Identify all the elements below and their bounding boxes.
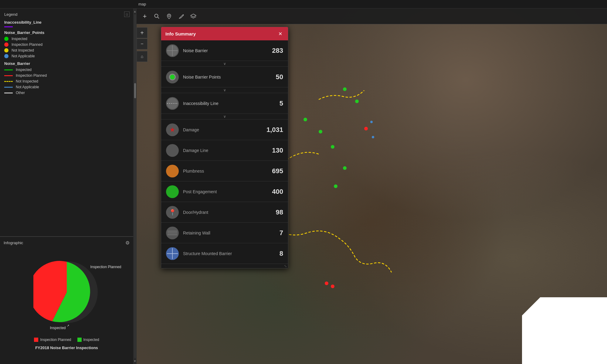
info-row-retaining-wall: Retaining Wall 7 (161, 223, 288, 243)
info-summary-resize[interactable]: ⤡ (161, 264, 288, 268)
damage-line-name: Damage Line (183, 148, 261, 153)
inacc-line-svg (166, 97, 178, 110)
legend-item-nbp-not-applicable: Not Applicable (4, 54, 130, 58)
damage-line-count: 130 (265, 147, 283, 154)
legend-item-nb-inspected: Inspected (4, 68, 130, 72)
info-summary-title: Info Summary (165, 31, 196, 36)
retaining-wall-count: 7 (265, 229, 283, 237)
panel-scroll-track (134, 14, 136, 358)
zoom-in-button[interactable]: + (137, 27, 148, 38)
main-content: Legend □ Inaccessibility_Line Noise_Barr… (0, 8, 607, 364)
map-draw-button[interactable] (175, 11, 187, 22)
noise-barrier-points-icon (166, 71, 179, 83)
home-button[interactable]: ⌂ (137, 51, 148, 62)
info-row-structure-mounted: Structure Mounted Barrier 8 (161, 243, 288, 264)
legend-group-title-nbp: Noise_Barrier_Points (4, 30, 130, 35)
panel-scroll-up[interactable]: ▲ (134, 10, 137, 13)
noise-barrier-icon (166, 44, 179, 57)
nbp-planned-dot (4, 42, 8, 47)
nb-not-inspected-line (4, 81, 13, 82)
door-hydrant-count: 98 (265, 208, 283, 216)
map-search-button[interactable] (151, 11, 163, 22)
legend-title-bar: Legend □ (4, 12, 130, 17)
pie-legend-planned-swatch (34, 338, 38, 342)
nb-inspected-line (4, 69, 13, 70)
infographic-title: Infographic (4, 241, 23, 245)
info-row-door-hydrant: 📍 Door/Hydrant 98 (161, 202, 288, 223)
map-location-button[interactable] (163, 11, 175, 22)
map-area[interactable]: + (137, 8, 607, 364)
retaining-wall-svg (166, 227, 178, 239)
plumbness-name: Plumbness (183, 169, 261, 174)
retaining-wall-name: Retaining Wall (183, 231, 261, 235)
map-layers-button[interactable] (188, 11, 199, 22)
door-hydrant-pin-icon: 📍 (169, 209, 176, 216)
info-row-damage-line: Damage Line 130 (161, 140, 288, 161)
legend-item-nb-not-applicable: Not Applicable (4, 85, 130, 89)
panel-scroll-thumb[interactable] (134, 83, 136, 98)
infographic-title-bar: Infographic ⚙ (4, 240, 130, 246)
svg-line-1 (158, 17, 159, 19)
svg-point-2 (168, 15, 170, 17)
inaccessibility-line-expand[interactable]: ∨ (161, 114, 288, 120)
info-summary-close-button[interactable]: ✕ (276, 30, 284, 37)
map-label: map (136, 2, 148, 6)
nb-not-applicable-line (4, 87, 13, 88)
info-row-noise-barrier-points: Noise Barrier Points 50 (161, 67, 288, 87)
top-bar: map (0, 0, 607, 8)
inaccessibility-line-symbol (4, 26, 13, 27)
zoom-out-button[interactable]: − (137, 39, 148, 49)
pie-legend-inspected-label: Inspected (83, 338, 99, 342)
infographic-gear-button[interactable]: ⚙ (125, 240, 130, 246)
map-dot-blue-1 (370, 121, 373, 123)
map-dot-green-15 (334, 184, 337, 188)
search-icon (154, 13, 160, 19)
nbp-inspected-dot (4, 37, 8, 41)
panel-scrollbar[interactable]: ▲ ▼ (134, 8, 137, 364)
legend-title: Legend (4, 12, 17, 17)
structure-mounted-svg (166, 248, 178, 260)
door-hydrant-icon: 📍 (166, 206, 179, 219)
resize-icon[interactable]: ⤡ (284, 264, 287, 268)
map-toolbar: + (137, 8, 607, 24)
pie-legend-item-planned: Inspection Planned (34, 338, 71, 342)
noise-barrier-expand[interactable]: ∨ (161, 61, 288, 67)
nb-planned-line (4, 75, 13, 76)
legend-item-nb-planned: Inspection Planned (4, 73, 130, 78)
pie-legend-item-inspected: Inspected (77, 338, 99, 342)
structure-mounted-name: Structure Mounted Barrier (183, 251, 261, 256)
info-summary-header: Info Summary ✕ (161, 27, 288, 40)
nb-inspected-label: Inspected (16, 68, 32, 72)
nbp-not-inspected-dot (4, 48, 8, 52)
legend-item-nbp-planned: Inspection Planned (4, 42, 130, 47)
legend-item-nb-not-inspected: Not Inspected (4, 79, 130, 83)
pie-inspected-arrow: ↗ (67, 324, 69, 327)
legend-item-nb-other: Other (4, 91, 130, 95)
post-engagement-count: 400 (265, 188, 283, 196)
post-engagement-name: Post Engagement (183, 189, 261, 194)
noise-barrier-count: 283 (265, 47, 283, 55)
map-dot-red-3 (331, 285, 334, 288)
info-row-plumbness: Plumbness 695 (161, 161, 288, 181)
legend-item-inaccessibility (4, 26, 130, 27)
damage-line-icon (166, 144, 179, 157)
inaccessibility-line-name: Inaccessibility Line (183, 101, 261, 106)
noise-barrier-points-expand[interactable]: ∨ (161, 87, 288, 93)
legend-collapse-button[interactable]: □ (124, 12, 130, 17)
info-row-damage: ★ Damage 1,031 (161, 120, 288, 140)
nb-not-applicable-label: Not Applicable (16, 85, 39, 89)
map-add-button[interactable]: + (139, 11, 151, 22)
damage-star-icon: ★ (169, 126, 175, 134)
nbp-planned-label: Inspection Planned (12, 42, 42, 47)
infographic-section: Infographic ⚙ (0, 237, 133, 364)
legend-item-nbp-not-inspected: Not Inspected (4, 48, 130, 52)
panel-scroll-down[interactable]: ▼ (134, 359, 137, 363)
pie-inspected-label: Inspected (50, 326, 66, 330)
noise-barrier-points-count: 50 (265, 73, 283, 81)
nbp-inspected-label: Inspected (12, 37, 27, 41)
left-panel: Legend □ Inaccessibility_Line Noise_Barr… (0, 8, 134, 364)
nb-other-line (4, 93, 13, 93)
pie-legend-planned-label: Inspection Planned (40, 338, 71, 342)
nb-not-inspected-label: Not Inspected (16, 79, 38, 83)
svg-point-0 (155, 14, 158, 17)
